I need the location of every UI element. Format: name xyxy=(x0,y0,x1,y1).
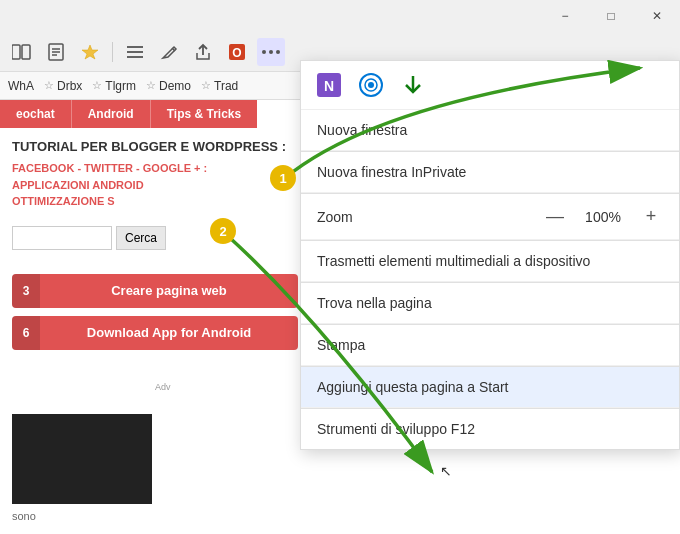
close-button[interactable]: ✕ xyxy=(634,0,680,32)
ad-label: Adv xyxy=(155,382,171,414)
more-tools-icon[interactable] xyxy=(121,38,149,66)
fav-label: Trad xyxy=(214,79,238,93)
office-icon[interactable]: O xyxy=(223,38,251,66)
fav-item-drbx[interactable]: ☆ Drbx xyxy=(44,79,82,93)
favorites-icon[interactable] xyxy=(76,38,104,66)
tab-android[interactable]: Android xyxy=(71,100,151,128)
fav-item-wha[interactable]: WhA xyxy=(8,79,34,93)
menu-item-label: Zoom xyxy=(317,209,353,225)
reader-icon[interactable] xyxy=(8,38,36,66)
cta-btn-num: 3 xyxy=(12,274,40,308)
fav-star-icon: ☆ xyxy=(44,79,54,92)
cta-btn-creare[interactable]: 3 Creare pagina web xyxy=(12,274,298,308)
menu-item-inprivate[interactable]: Nuova finestra InPrivate xyxy=(301,152,679,193)
tab-label: Android xyxy=(88,107,134,121)
menu-item-pin-to-start[interactable]: Aggiungi questa pagina a Start xyxy=(301,367,679,408)
menu-item-label: Trasmetti elementi multimediali a dispos… xyxy=(317,253,590,269)
menu-item-dev-tools[interactable]: Strumenti di sviluppo F12 xyxy=(301,409,679,449)
fav-star-icon: ☆ xyxy=(146,79,156,92)
dropdown-menu: N Nuova finestra Nuova finestra InPrivat… xyxy=(300,60,680,450)
fav-item-tlgrm[interactable]: ☆ Tlgrm xyxy=(92,79,136,93)
cta-btn-label: Creare pagina web xyxy=(40,283,298,298)
menu-item-label: Nuova finestra xyxy=(317,122,407,138)
tab-tips[interactable]: Tips & Tricks xyxy=(151,100,257,128)
fav-item-trad[interactable]: ☆ Trad xyxy=(201,79,238,93)
more-options-icon[interactable] xyxy=(257,38,285,66)
annotate-icon[interactable] xyxy=(155,38,183,66)
tutorial-title: TUTORIAL PER BLOGGER E WORDPRESS : xyxy=(12,138,298,156)
menu-item-find[interactable]: Trova nella pagina xyxy=(301,283,679,324)
search-button[interactable]: Cerca xyxy=(116,226,166,250)
fav-label: Drbx xyxy=(57,79,82,93)
fav-item-demo[interactable]: ☆ Demo xyxy=(146,79,191,93)
svg-text:O: O xyxy=(232,46,241,60)
menu-item-label: Strumenti di sviluppo F12 xyxy=(317,421,475,437)
svg-point-14 xyxy=(269,50,273,54)
svg-rect-1 xyxy=(22,45,30,59)
maximize-button[interactable]: □ xyxy=(588,0,634,32)
svg-point-15 xyxy=(276,50,280,54)
zoom-value: 100% xyxy=(583,209,623,225)
svg-text:N: N xyxy=(324,78,334,94)
svg-point-20 xyxy=(368,82,374,88)
fav-label: Tlgrm xyxy=(105,79,136,93)
menu-item-new-window[interactable]: Nuova finestra xyxy=(301,110,679,151)
search-bar: Cerca xyxy=(12,226,298,250)
title-bar: − □ ✕ xyxy=(0,0,680,32)
menu-item-label: Stampa xyxy=(317,337,365,353)
svg-text:↖: ↖ xyxy=(440,463,452,479)
zoom-plus-button[interactable]: + xyxy=(639,206,663,227)
badge-1: 1 xyxy=(270,165,296,191)
download-arrow-icon[interactable] xyxy=(397,69,429,101)
tab-geochat[interactable]: eochat xyxy=(0,100,71,128)
cta-btn-num: 6 xyxy=(12,316,40,350)
search-input[interactable] xyxy=(12,226,112,250)
fav-star-icon: ☆ xyxy=(92,79,102,92)
cta-btn-label: Download App for Android xyxy=(40,325,298,340)
svg-marker-6 xyxy=(82,45,98,59)
onenote-icon[interactable]: N xyxy=(313,69,345,101)
toolbar-separator-1 xyxy=(112,42,113,62)
fav-label: Demo xyxy=(159,79,191,93)
reading-list-icon[interactable] xyxy=(42,38,70,66)
cta-btn-download[interactable]: 6 Download App for Android xyxy=(12,316,298,350)
tab-label: Tips & Tricks xyxy=(167,107,241,121)
zoom-minus-button[interactable]: — xyxy=(543,206,567,227)
cortana-icon[interactable] xyxy=(355,69,387,101)
tutorial-subtitle: FACEBOOK - TWITTER - GOOGLE + :APPLICAZI… xyxy=(12,160,298,210)
sono-text: sono xyxy=(12,510,36,522)
fav-label: WhA xyxy=(8,79,34,93)
fav-star-icon: ☆ xyxy=(201,79,211,92)
zoom-controls: — 100% + xyxy=(543,206,663,227)
tab-label: eochat xyxy=(16,107,55,121)
menu-item-label: Trova nella pagina xyxy=(317,295,432,311)
menu-item-zoom[interactable]: Zoom — 100% + xyxy=(301,194,679,240)
menu-item-print[interactable]: Stampa xyxy=(301,325,679,366)
badge-2: 2 xyxy=(210,218,236,244)
nav-tabs: eochat Android Tips & Tricks xyxy=(0,100,310,128)
svg-point-13 xyxy=(262,50,266,54)
dropdown-toolbar: N xyxy=(301,61,679,110)
menu-item-cast[interactable]: Trasmetti elementi multimediali a dispos… xyxy=(301,241,679,282)
menu-item-label: Nuova finestra InPrivate xyxy=(317,164,466,180)
cta-buttons: 3 Creare pagina web 6 Download App for A… xyxy=(12,274,298,350)
window-controls: − □ ✕ xyxy=(542,0,680,32)
share-icon[interactable] xyxy=(189,38,217,66)
svg-rect-0 xyxy=(12,45,20,59)
menu-item-label: Aggiungi questa pagina a Start xyxy=(317,379,508,395)
ad-placeholder xyxy=(12,414,152,504)
minimize-button[interactable]: − xyxy=(542,0,588,32)
